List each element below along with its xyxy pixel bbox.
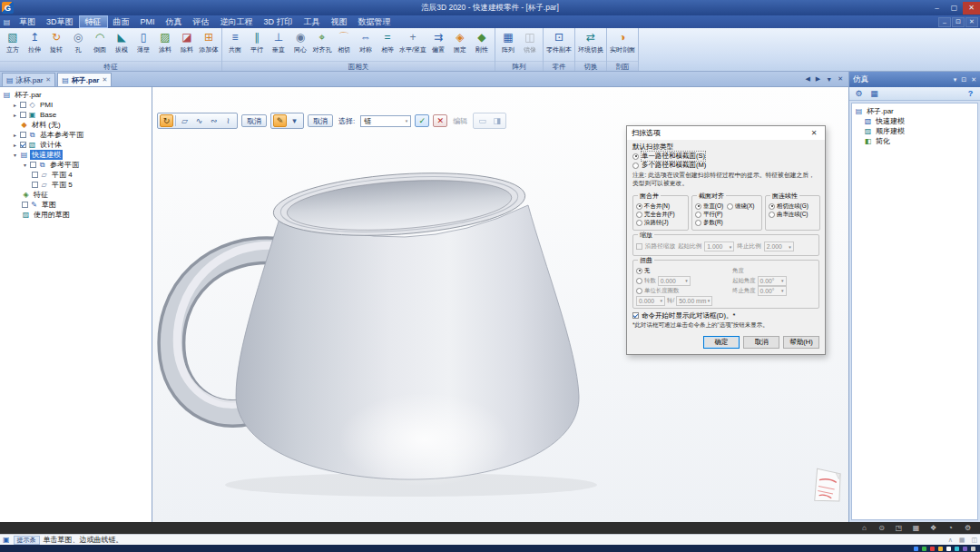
ribbon-button-hole[interactable]: ◎孔 [67,29,89,55]
dialog-close-icon[interactable]: ✕ [808,129,820,137]
radio-wrap[interactable]: 缠绕(X) [727,202,754,211]
path-step-icon[interactable]: ▱ [178,114,191,127]
doc-close-button[interactable]: ✕ [965,17,978,27]
ribbon-button-concentric[interactable]: ◉同心 [289,29,311,55]
ok-button[interactable]: 确定 [703,336,740,349]
ribbon-button-perpendicular[interactable]: ⊥垂直 [268,29,289,55]
show-dialog-checkbox[interactable] [632,312,639,319]
show-dialog-option[interactable]: 命令开始时显示此对话框(D)。* [632,311,819,320]
ribbon-button-thin-wall[interactable]: ▯薄壁 [132,29,154,55]
menu-evaluate[interactable]: 评估 [188,15,215,28]
panel-split-icon[interactable]: ◫ [971,537,977,544]
ribbon-button-equal[interactable]: =相等 [377,29,398,55]
plane-4-checkbox[interactable] [32,172,38,178]
ribbon-button-environment-switch[interactable]: ⇄环境切换 [577,29,604,55]
tree-item-sketches[interactable]: ✎草图 [0,200,152,210]
cancel-button[interactable]: 取消 [743,336,779,349]
tree-item-plane-4[interactable]: ▱平面 4 [0,170,152,180]
menu-tools[interactable]: 工具 [299,15,326,28]
curve-step-icon[interactable]: ∿ [192,114,206,127]
home-view-icon[interactable]: ⌂ [859,524,869,532]
tree-item-pmi[interactable]: ▸◇PMI [0,100,152,110]
tab-close-icon[interactable]: ✕ [45,76,51,84]
radio-multi-path[interactable]: 多个路径和横截面(M) [632,161,819,170]
ribbon-button-tangent[interactable]: ⌒相切 [333,29,355,55]
ribbon-button-part-copy[interactable]: ⊡零件副本 [545,29,573,55]
results-icon[interactable]: ▦ [868,88,880,99]
radio-normal[interactable]: 垂直(O) [695,202,723,211]
end-angle-field[interactable]: 0.00°▾ [758,286,787,296]
options-step-icon[interactable]: ≀ [221,114,235,127]
menu-view[interactable]: 视图 [326,15,353,28]
length-field[interactable]: 50.00 mm▾ [676,296,712,306]
tray-icon[interactable] [922,547,926,551]
doc-restore-button[interactable]: ⊡ [952,17,965,27]
radio-parametric[interactable]: 参数(R) [695,219,759,227]
ribbon-button-offset[interactable]: ⇉偏置 [427,29,449,55]
radio-twist-turns[interactable]: 转数 0.000▾ [636,277,727,285]
ribbon-button-align-holes[interactable]: ⌖对齐孔 [311,29,333,55]
tray-icon[interactable] [914,547,918,551]
end-scale-field[interactable]: 2.000▾ [764,242,794,251]
radio-twist-none[interactable]: 无 [636,267,727,275]
ribbon-button-pattern[interactable]: ▦阵列 [497,29,519,55]
start-angle-field[interactable]: 0.00°▾ [758,276,787,286]
sketches-checkbox[interactable] [22,202,28,208]
ribbon-button-cut[interactable]: ◪除料 [176,29,198,55]
sim-tree-item-part[interactable]: ▤杯子.par [852,106,977,116]
tree-item-base[interactable]: ▸▣Base [0,110,152,120]
section-step-icon[interactable]: ∾ [207,114,220,127]
radio-full-merge[interactable]: 完全合并(F) [636,211,685,219]
ribbon-button-extrude[interactable]: ↥拉伸 [24,29,45,55]
ribbon-button-rigid[interactable]: ◆刚性 [471,29,493,55]
tab-nav-close-icon[interactable]: ✕ [838,75,843,83]
tree-item-plane-5[interactable]: ▱平面 5 [0,180,152,190]
settings-icon[interactable]: ⚙ [963,524,973,532]
plane-5-checkbox[interactable] [32,182,38,188]
radio-along-path[interactable]: 沿路径(J) [636,219,685,227]
menu-features[interactable]: 特征 [79,15,108,28]
ribbon-button-draft[interactable]: ◣拔模 [111,29,132,55]
expander-icon[interactable]: ▸ [12,112,18,118]
ribbon-button-live-section[interactable]: ◑实时剖面 [609,29,636,55]
scale-along-path-checkbox[interactable] [636,243,642,250]
menu-surface[interactable]: 曲面 [108,15,135,28]
radio-parallel[interactable]: 平行(P) [695,211,759,219]
view-orientation-icon[interactable]: ◳ [894,524,904,532]
edit-tool-icon[interactable]: ▭ [475,114,489,127]
minimize-button[interactable]: – [928,2,946,15]
tree-item-design-body[interactable]: ▸▧设计体 [0,140,152,150]
menu-3d-sketch[interactable]: 3D草图 [41,15,79,28]
turns-field[interactable]: 0.000▾ [658,276,691,286]
reference-planes-checkbox[interactable] [30,162,36,168]
cancel-command-button[interactable]: 取消 [241,114,267,127]
ribbon-button-coating[interactable]: ▨涂料 [154,29,176,55]
base-planes-checkbox[interactable] [20,132,26,138]
sweep-icon[interactable]: ↻ [160,114,173,127]
app-menu-icon[interactable]: ▤ [0,18,14,26]
expander-icon[interactable]: ▸ [12,142,18,148]
tree-item-base-reference-planes[interactable]: ▸⧉基本参考平面 [0,130,152,140]
panel-pin-icon[interactable]: ⊡ [961,76,966,84]
design-body-checkbox[interactable] [20,142,26,148]
sim-tree-item-quick-modeling[interactable]: ▧快速建模 [852,116,977,126]
ribbon-button-round[interactable]: ◠倒圆 [89,29,111,55]
radio-turns-per-length[interactable]: 单位长度圈数 [636,287,727,295]
per-length-field[interactable]: 0.000▾ [636,296,665,306]
tray-icon[interactable] [963,547,967,551]
base-checkbox[interactable] [20,112,26,118]
ribbon-button-symmetric[interactable]: ⇔对称 [355,29,377,55]
help-icon[interactable]: ? [965,88,976,99]
viewport-3d[interactable]: ↻ ▱ ∿ ∾ ≀ 取消 ✎ ▾ 取消 选择: 链 ▾ ✓ ✕ 编辑 ▭ [152,87,848,522]
start-scale-field[interactable]: 1.000▾ [704,242,734,251]
tray-icon[interactable] [946,547,951,551]
reject-button[interactable]: ✕ [433,114,447,127]
menu-pmi[interactable]: PMI [135,15,161,28]
tree-item-part[interactable]: ▤杯子.par [0,90,152,100]
new-study-icon[interactable]: ⚙ [853,88,865,99]
panel-close-icon[interactable]: ✕ [971,76,976,84]
tray-icon[interactable] [938,547,943,551]
expander-icon[interactable]: ▸ [12,132,18,138]
expander-icon[interactable]: ▸ [12,102,18,108]
ribbon-button-coplanar[interactable]: ≡共面 [224,29,246,55]
